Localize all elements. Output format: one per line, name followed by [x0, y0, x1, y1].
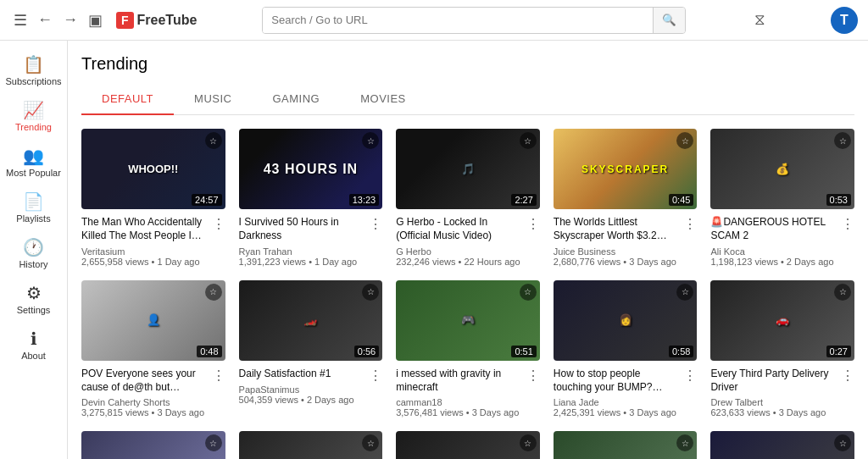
- logo-text: FreeTube: [137, 13, 198, 28]
- thumbnail: 🚗 0:27 ☆: [710, 280, 854, 361]
- video-card[interactable]: ⚽ 0:20 ☆ Why does Cristiano Ronaldo refu…: [710, 431, 854, 459]
- thumb-overlay: 🎮: [81, 431, 225, 459]
- sidebar-item-most-popular[interactable]: 👥 Most Popular: [0, 139, 67, 185]
- more-options-button[interactable]: ⋮: [683, 216, 697, 232]
- video-channel[interactable]: Devin Caherty Shorts: [81, 397, 207, 407]
- more-options-button[interactable]: ⋮: [212, 368, 225, 384]
- video-stats: 504,359 views • 2 Days ago: [239, 395, 364, 405]
- search-bar: 🔍: [262, 7, 686, 34]
- bookmark-icon[interactable]: ☆: [520, 434, 537, 451]
- bookmark-icon[interactable]: ☆: [520, 132, 537, 149]
- search-button[interactable]: 🔍: [653, 8, 685, 33]
- tab-default[interactable]: DEFAULT: [81, 84, 174, 115]
- search-input[interactable]: [263, 8, 653, 33]
- tab-music[interactable]: MUSIC: [174, 84, 252, 115]
- menu-icon[interactable]: ☰: [10, 8, 31, 33]
- bookmark-icon[interactable]: ☆: [362, 284, 379, 301]
- video-channel[interactable]: G Herbo: [396, 246, 521, 257]
- topbar: ☰ ← → ▣ F FreeTube 🔍 ⧖ T: [0, 0, 868, 41]
- sidebar-item-about[interactable]: ℹ About: [0, 322, 67, 368]
- thumb-overlay: 🕷️: [554, 431, 698, 459]
- sidebar-item-settings[interactable]: ⚙ Settings: [0, 276, 67, 322]
- duration-badge: 0:27: [826, 346, 851, 357]
- more-options-button[interactable]: ⋮: [841, 216, 854, 232]
- thumbnail: 👤 0:48 ☆: [81, 280, 225, 361]
- sidebar-label-about: About: [21, 351, 46, 361]
- forward-icon[interactable]: →: [59, 8, 81, 32]
- duration-badge: 0:58: [669, 346, 693, 357]
- video-card[interactable]: WHOOP!! 24:57 ☆ The Man Who Accidentally…: [81, 129, 225, 267]
- thumbnail: 🎮 0:51 ☆: [396, 280, 540, 361]
- tabs-bar: DEFAULT MUSIC GAMING MOVIES: [81, 84, 854, 115]
- more-options-button[interactable]: ⋮: [212, 216, 225, 232]
- video-channel[interactable]: Ryan Trahan: [239, 246, 364, 257]
- video-card[interactable]: 💰 0:53 ☆ 🚨DANGEROUS HOTEL SCAM 2 Ali Koc…: [710, 129, 854, 267]
- bookmark-icon[interactable]: ☆: [676, 284, 693, 301]
- video-stats: 2,680,776 views • 3 Days ago: [554, 257, 679, 267]
- video-meta: The Man Who Accidentally Killed The Most…: [81, 216, 207, 266]
- thumbnail: ⚽ 0:20 ☆: [710, 431, 854, 459]
- more-options-button[interactable]: ⋮: [841, 368, 854, 384]
- video-card[interactable]: 🚗 0:27 ☆ Every Third Party Delivery Driv…: [710, 280, 854, 418]
- sidebar-item-playlists[interactable]: 📄 Playlists: [0, 185, 67, 230]
- video-channel[interactable]: Veritasium: [81, 246, 207, 257]
- video-info: How to stop people touching your BUMP? *…: [554, 368, 698, 418]
- video-meta: How to stop people touching your BUMP? *…: [554, 368, 679, 418]
- video-channel[interactable]: camman18: [396, 397, 521, 407]
- tab-movies[interactable]: MOVIES: [340, 84, 426, 115]
- nav-icons: ☰ ← → ▣: [10, 8, 106, 33]
- video-title: 🚨DANGEROUS HOTEL SCAM 2: [710, 216, 836, 242]
- avatar[interactable]: T: [831, 7, 858, 34]
- video-card[interactable]: 🎮 0:43 ☆ When The Best Player Hops On...…: [81, 431, 225, 459]
- video-title: The Worlds Littlest Skyscraper Worth $3.…: [554, 216, 679, 242]
- video-meta: POV Everyone sees your cause of de@th bu…: [81, 368, 207, 418]
- bookmark-icon[interactable]: ☆: [205, 132, 222, 149]
- video-title: POV Everyone sees your cause of de@th bu…: [81, 368, 207, 394]
- video-channel[interactable]: Ali Koca: [710, 246, 836, 257]
- video-card[interactable]: 🎸 0:55 ☆ PRETENDING to play GUITAR for t…: [239, 431, 383, 459]
- video-meta: I Survived 50 Hours in Darkness Ryan Tra…: [239, 216, 364, 266]
- video-info: G Herbo - Locked In (Official Music Vide…: [396, 216, 540, 266]
- video-card[interactable]: 🏎️ 0:56 ☆ Daily Satisfaction #1 PapaStan…: [239, 280, 383, 418]
- bookmark-icon[interactable]: ☆: [834, 284, 851, 301]
- sidebar-item-trending[interactable]: 📈 Trending: [0, 93, 67, 139]
- duration-badge: 24:57: [192, 194, 222, 206]
- more-options-button[interactable]: ⋮: [369, 368, 382, 384]
- bookmark-icon[interactable]: ☆: [205, 434, 222, 451]
- video-card[interactable]: 👩 0:58 ☆ How to stop people touching you…: [554, 280, 698, 418]
- video-card[interactable]: 👤 0:48 ☆ POV Everyone sees your cause of…: [81, 280, 225, 418]
- video-card[interactable]: 🕷️ 0:13 ☆ When you kill a big spider on …: [554, 431, 698, 459]
- filter-icon[interactable]: ⧖: [754, 11, 765, 29]
- tab-gaming[interactable]: GAMING: [252, 84, 340, 115]
- video-channel[interactable]: Liana Jade: [554, 397, 679, 407]
- sidebar-item-subscriptions[interactable]: 📋 Subscriptions: [0, 47, 67, 93]
- back-icon[interactable]: ←: [34, 8, 56, 32]
- video-card[interactable]: SKYSCRAPER 0:45 ☆ The Worlds Littlest Sk…: [554, 129, 698, 267]
- bookmark-icon[interactable]: ☆: [834, 132, 851, 149]
- video-meta: Daily Satisfaction #1 PapaStanimus 504,3…: [239, 368, 364, 405]
- about-icon: ℹ: [31, 329, 37, 349]
- duration-badge: 0:56: [354, 346, 379, 357]
- more-options-button[interactable]: ⋮: [526, 368, 540, 384]
- video-channel[interactable]: PapaStanimus: [239, 384, 364, 395]
- thumbnail: 🎸 0:55 ☆: [239, 431, 383, 459]
- thumbnail: SKYSCRAPER 0:45 ☆: [554, 129, 698, 209]
- more-options-button[interactable]: ⋮: [369, 216, 382, 232]
- video-card[interactable]: 🎮 0:51 ☆ i messed with gravity in minecr…: [396, 280, 540, 418]
- windows-icon[interactable]: ▣: [85, 8, 106, 33]
- video-meta: i messed with gravity in minecraft camma…: [396, 368, 521, 418]
- bookmark-icon[interactable]: ☆: [205, 284, 222, 301]
- video-card[interactable]: 🎵 2:27 ☆ G Herbo - Locked In (Official M…: [396, 129, 540, 267]
- video-card[interactable]: 43 HOURS IN 13:23 ☆ I Survived 50 Hours …: [239, 129, 383, 267]
- more-options-button[interactable]: ⋮: [526, 216, 540, 232]
- video-channel[interactable]: Drew Talbert: [710, 397, 836, 407]
- video-card[interactable]: 🎵 0:13 ☆ Xxxtentacion Legend #shorts Dim…: [396, 431, 540, 459]
- video-channel[interactable]: Juice Business: [554, 246, 679, 257]
- video-stats: 2,655,958 views • 1 Day ago: [81, 257, 207, 267]
- most-popular-icon: 👥: [23, 146, 44, 166]
- sidebar-item-history[interactable]: 🕐 History: [0, 230, 67, 276]
- trending-icon: 📈: [23, 100, 44, 120]
- video-info: The Man Who Accidentally Killed The Most…: [81, 216, 225, 266]
- more-options-button[interactable]: ⋮: [683, 368, 697, 384]
- bookmark-icon[interactable]: ☆: [520, 284, 537, 301]
